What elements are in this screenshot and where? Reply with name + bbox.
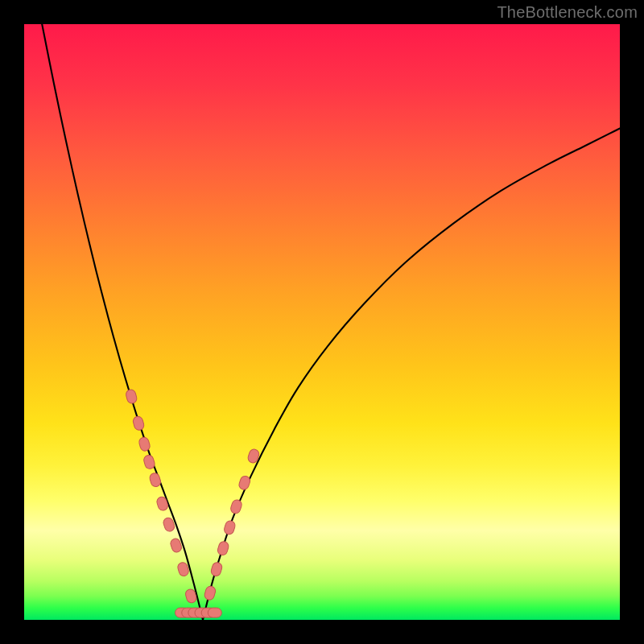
right-marker-group [204, 448, 260, 601]
left-marker-group [125, 389, 197, 604]
watermark-text: TheBottleneck.com [497, 3, 638, 22]
trough-marker [208, 608, 221, 617]
right-branch-marker [210, 561, 223, 577]
plot-area [24, 24, 620, 620]
left-branch-marker [149, 472, 163, 488]
curve-layer [24, 24, 620, 620]
right-branch-marker [237, 475, 251, 491]
chart-frame: TheBottleneck.com [0, 0, 644, 644]
left-branch-line [42, 24, 203, 620]
left-branch-marker [132, 415, 145, 431]
right-branch-marker [229, 498, 243, 514]
right-branch-line [203, 129, 620, 621]
left-branch-marker [138, 436, 151, 452]
bottom-cluster-group [175, 608, 222, 617]
right-branch-marker [204, 585, 217, 601]
left-branch-marker [125, 389, 138, 405]
right-branch-marker [223, 519, 237, 535]
right-branch-marker [217, 540, 230, 556]
